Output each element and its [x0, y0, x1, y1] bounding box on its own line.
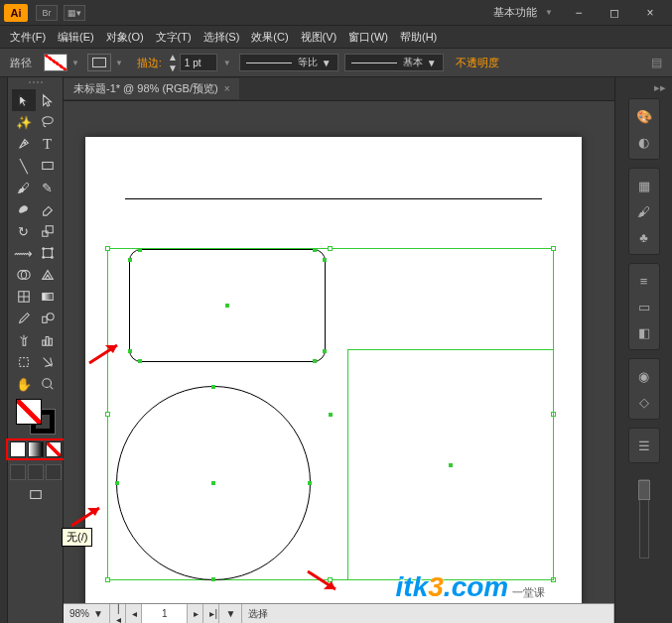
- draw-behind[interactable]: [28, 464, 44, 480]
- rectangle-tool[interactable]: [36, 155, 60, 177]
- symbols-panel-icon[interactable]: ♣: [634, 227, 654, 247]
- fill-mode-color[interactable]: [10, 441, 26, 457]
- zoom-tool[interactable]: [36, 373, 60, 395]
- panel-group-swatches[interactable]: ▦ 🖌 ♣: [628, 168, 660, 255]
- graphic-styles-panel-icon[interactable]: ◇: [634, 392, 654, 412]
- stroke-weight-input[interactable]: [180, 54, 217, 71]
- workspace-switcher[interactable]: 基本功能: [493, 5, 537, 20]
- control-menu-icon[interactable]: ▤: [651, 56, 662, 69]
- artboard-nav-select[interactable]: ▼: [219, 604, 242, 623]
- first-artboard-button[interactable]: |◂: [110, 604, 126, 623]
- fill-stroke-proxy[interactable]: [16, 399, 56, 435]
- close-icon[interactable]: ×: [224, 83, 230, 94]
- menu-text[interactable]: 文字(T): [150, 30, 198, 45]
- symbol-sprayer-tool[interactable]: [12, 329, 36, 351]
- eyedropper-tool[interactable]: [12, 308, 36, 329]
- fill-swatch[interactable]: [44, 54, 67, 71]
- panel-group-color[interactable]: 🎨 ◐: [628, 98, 660, 160]
- artboard-number-input[interactable]: 1: [142, 604, 189, 623]
- blend-tool[interactable]: [36, 308, 60, 329]
- hand-tool[interactable]: ✋: [12, 373, 36, 395]
- swatches-panel-icon[interactable]: ▦: [634, 176, 654, 195]
- pen-tool[interactable]: [12, 133, 36, 155]
- chevron-down-icon[interactable]: ▼: [223, 59, 231, 67]
- paintbrush-tool[interactable]: 🖌: [12, 177, 36, 198]
- bridge-icon[interactable]: Br: [36, 5, 58, 21]
- close-button[interactable]: ×: [632, 3, 668, 23]
- line-path[interactable]: [125, 198, 542, 199]
- eraser-tool[interactable]: [36, 198, 60, 220]
- artboard-tool[interactable]: [12, 351, 36, 373]
- toolbox-grip[interactable]: [21, 81, 51, 87]
- scrollbar-thumb[interactable]: [638, 480, 650, 500]
- menu-effect[interactable]: 效果(C): [245, 30, 294, 45]
- brushes-panel-icon[interactable]: 🖌: [634, 201, 654, 221]
- line-tool[interactable]: ╲: [12, 155, 36, 177]
- dock-collapse-icon[interactable]: ▸▸: [654, 81, 666, 94]
- color-guide-panel-icon[interactable]: ◐: [634, 132, 654, 152]
- document-tab[interactable]: 未标题-1* @ 98% (RGB/预览) ×: [64, 78, 239, 99]
- menu-select[interactable]: 选择(S): [198, 30, 246, 45]
- panel-group-appearance[interactable]: ◉ ◇: [628, 358, 660, 420]
- width-tool[interactable]: ⟿: [12, 242, 36, 264]
- prev-artboard-button[interactable]: ◂: [126, 604, 142, 623]
- column-graph-tool[interactable]: [36, 329, 60, 351]
- maximize-button[interactable]: ◻: [597, 3, 632, 23]
- screen-mode-button[interactable]: [24, 484, 48, 506]
- fill-mode-gradient[interactable]: [28, 441, 44, 457]
- mesh-tool[interactable]: [12, 286, 36, 308]
- stroke-panel-icon[interactable]: ≡: [634, 271, 654, 291]
- panel-group-layers[interactable]: ☰: [628, 428, 660, 463]
- draw-inside[interactable]: [46, 464, 62, 480]
- menu-help[interactable]: 帮助(H): [394, 30, 443, 45]
- arrange-docs-icon[interactable]: ▦▾: [64, 5, 85, 21]
- next-artboard-button[interactable]: ▸: [188, 604, 203, 623]
- fill-mode-none[interactable]: [46, 441, 62, 457]
- menu-view[interactable]: 视图(V): [295, 30, 343, 45]
- menu-file[interactable]: 文件(F): [4, 30, 52, 45]
- menu-edit[interactable]: 编辑(E): [52, 30, 100, 45]
- perspective-grid-tool[interactable]: [36, 264, 60, 286]
- rounded-rectangle-path[interactable]: [129, 249, 326, 362]
- scale-tool[interactable]: [36, 220, 60, 242]
- selection-tool[interactable]: [12, 89, 36, 111]
- opacity-label[interactable]: 不透明度: [456, 56, 499, 70]
- svg-rect-14: [42, 316, 46, 322]
- stepper-icon[interactable]: ▲▼: [168, 52, 178, 73]
- width-profile-select[interactable]: 等比▼: [239, 54, 338, 71]
- stroke-label[interactable]: 描边:: [137, 56, 162, 70]
- lasso-tool[interactable]: [36, 111, 60, 133]
- layers-panel-icon[interactable]: ☰: [634, 436, 654, 455]
- free-transform-tool[interactable]: [36, 242, 60, 264]
- menu-window[interactable]: 窗口(W): [342, 30, 394, 45]
- draw-normal[interactable]: [10, 464, 26, 480]
- pencil-tool[interactable]: ✎: [36, 177, 60, 198]
- transparency-panel-icon[interactable]: ◧: [634, 322, 654, 342]
- gradient-tool[interactable]: [36, 286, 60, 308]
- rotate-tool[interactable]: ↻: [12, 220, 36, 242]
- brush-def-select[interactable]: 基本▼: [344, 54, 444, 71]
- shape-builder-tool[interactable]: [12, 264, 36, 286]
- color-panel-icon[interactable]: 🎨: [634, 106, 654, 126]
- ellipse-path[interactable]: [116, 386, 311, 580]
- menu-object[interactable]: 对象(O): [100, 30, 150, 45]
- chevron-down-icon[interactable]: ▼: [71, 59, 79, 67]
- gradient-panel-icon[interactable]: ▭: [634, 297, 654, 316]
- slice-tool[interactable]: [36, 351, 60, 373]
- vertical-scrollbar[interactable]: [639, 479, 649, 559]
- last-artboard-button[interactable]: ▸|: [203, 604, 219, 623]
- stroke-swatch[interactable]: [87, 54, 111, 71]
- fill-color-proxy[interactable]: [16, 399, 42, 425]
- magic-wand-tool[interactable]: ✨: [12, 111, 36, 133]
- minimize-button[interactable]: −: [561, 3, 597, 23]
- chevron-down-icon[interactable]: ▼: [115, 59, 123, 67]
- direct-selection-tool[interactable]: [36, 89, 60, 111]
- type-tool[interactable]: T: [36, 133, 60, 155]
- rectangle-path[interactable]: [347, 349, 554, 580]
- zoom-level-select[interactable]: 98% ▼: [64, 604, 110, 623]
- appearance-panel-icon[interactable]: ◉: [634, 366, 654, 386]
- svg-point-21: [42, 379, 51, 388]
- blob-brush-tool[interactable]: [12, 198, 36, 220]
- canvas-viewport[interactable]: [64, 101, 614, 603]
- panel-group-stroke[interactable]: ≡ ▭ ◧: [628, 263, 660, 350]
